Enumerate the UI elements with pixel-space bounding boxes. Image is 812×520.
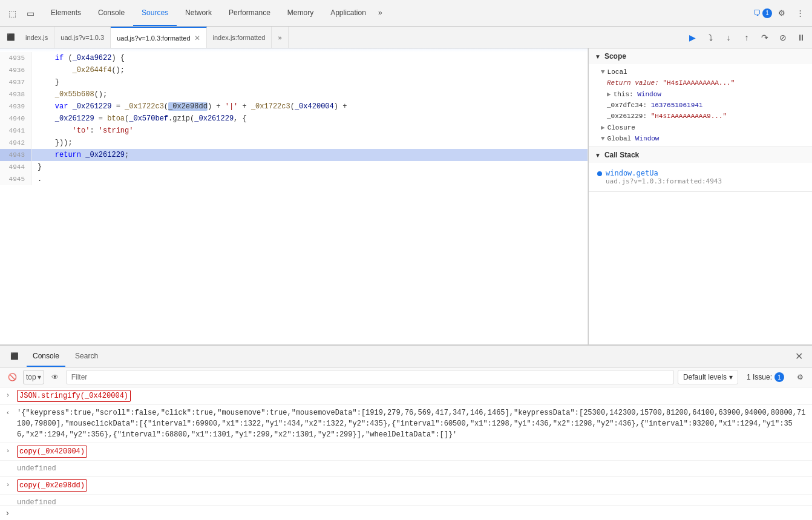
code-lines: 4935 if (_0x4a9622) { 4936 _0x2644f4(); … bbox=[0, 48, 588, 344]
more-btn[interactable]: ⋮ bbox=[791, 5, 808, 22]
call-stack-header[interactable]: ▼ Call Stack bbox=[589, 147, 812, 163]
console-input-line: › bbox=[0, 505, 812, 520]
default-levels-chevron-icon: ▾ bbox=[729, 373, 733, 381]
tab-sources[interactable]: Sources bbox=[133, 0, 177, 26]
right-panel: ▼ Scope ▼Local Return value: "H4sIAAAAAA… bbox=[588, 48, 812, 344]
console-clear-btn[interactable]: 🚫 bbox=[5, 370, 19, 384]
step-out-btn[interactable]: ↑ bbox=[738, 29, 755, 46]
console-input[interactable] bbox=[13, 508, 806, 517]
code-line-4943: 4943 return _0x261229; bbox=[0, 149, 588, 161]
console-settings-btn[interactable]: ⚙ bbox=[793, 370, 807, 384]
console-output[interactable]: › JSON.stringify(_0x420004) ‹ '{"keypres… bbox=[0, 387, 812, 505]
code-line-4940: 4940 _0x261229 = btoa(_0x570bef.gzip(_0x… bbox=[0, 113, 588, 125]
chat-badge: 1 bbox=[762, 8, 772, 18]
scope-closure-header[interactable]: ▶Closure bbox=[589, 122, 812, 133]
resume-btn[interactable]: ▶ bbox=[684, 29, 701, 46]
scope-arrow-icon: ▼ bbox=[595, 53, 601, 60]
chat-icon-group: 🗨 1 bbox=[748, 5, 772, 22]
issues-badge: 1 bbox=[774, 372, 784, 382]
context-label: top bbox=[26, 373, 36, 381]
close-bottom-panel-btn[interactable]: ✕ bbox=[791, 349, 806, 364]
scope-header[interactable]: ▼ Scope bbox=[589, 48, 812, 64]
console-entry-3: undefined bbox=[0, 461, 812, 477]
file-tab-indexjs-label: index.js bbox=[25, 34, 48, 41]
call-stack-body: window.getUa uad.js?v=1.0.3:formatted:49… bbox=[589, 163, 812, 191]
main-toolbar: ⬚ ▭ Elements Console Sources Network Per… bbox=[0, 0, 812, 27]
bottom-panel: ⬛ Console Search ✕ 🚫 top ▾ 👁 Default lev… bbox=[0, 344, 812, 520]
device-toolbar-btn[interactable]: ▭ bbox=[22, 5, 39, 22]
code-line-4936: 4936 _0x2644f4(); bbox=[0, 64, 588, 76]
scope-0x261229: _0x261229: "H4sIAAAAAAAAA9..." bbox=[589, 111, 812, 122]
code-line-4938: 4938 _0x55b608(); bbox=[0, 88, 588, 100]
code-line-4935: 4935 if (_0x4a9622) { bbox=[0, 52, 588, 64]
sidebar-toggle-btn[interactable]: ⬛ bbox=[2, 29, 19, 46]
code-line-4937: 4937 } bbox=[0, 76, 588, 88]
step-over-btn[interactable]: ⤵ bbox=[702, 29, 719, 46]
entry-text-0: JSON.stringify(_0x420004) bbox=[17, 390, 806, 402]
scope-return-value: Return value: "H4sIAAAAAAAAA..." bbox=[589, 77, 812, 88]
call-stack-location: uad.js?v=1.0.3:formatted:4943 bbox=[606, 177, 722, 185]
scope-0x7dfc34: _0x7dfc34: 1637651061941 bbox=[589, 100, 812, 111]
default-levels-btn[interactable]: Default levels ▾ bbox=[678, 370, 738, 384]
tab-performance[interactable]: Performance bbox=[220, 0, 279, 26]
tab-application[interactable]: Application bbox=[322, 0, 375, 26]
file-tab-uadjs-formatted-label: uad.js?v=1.0.3:formatted bbox=[117, 35, 190, 42]
console-prompt-icon: › bbox=[6, 508, 9, 518]
scope-title: Scope bbox=[604, 52, 626, 61]
cmd-box-0: JSON.stringify(_0x420004) bbox=[17, 390, 131, 402]
entry-text-3: undefined bbox=[17, 463, 806, 474]
tab-network[interactable]: Network bbox=[177, 0, 220, 26]
call-stack-arrow-icon: ▼ bbox=[595, 152, 601, 159]
entry-text-1: '{"keypress":true,"scroll":false,"click"… bbox=[17, 407, 806, 440]
issues-btn[interactable]: 1 Issue: 1 bbox=[742, 370, 789, 384]
tab-more[interactable]: » bbox=[375, 0, 386, 26]
cmd-box-4: copy(_0x2e98dd) bbox=[17, 479, 87, 492]
file-tab-close-icon[interactable]: ✕ bbox=[194, 34, 200, 42]
code-line-4942: 4942 })); bbox=[0, 137, 588, 149]
step-into-btn[interactable]: ↓ bbox=[720, 29, 737, 46]
tab-elements[interactable]: Elements bbox=[42, 0, 90, 26]
file-tab-uadjs-formatted[interactable]: uad.js?v=1.0.3:formatted ✕ bbox=[111, 27, 206, 48]
entry-chevron-4[interactable]: › bbox=[6, 481, 13, 490]
console-entry-5: undefined bbox=[0, 495, 812, 505]
call-stack-item-0[interactable]: window.getUa uad.js?v=1.0.3:formatted:49… bbox=[589, 165, 812, 189]
bottom-sidebar-toggle-btn[interactable]: ⬛ bbox=[6, 348, 23, 365]
file-tab-more[interactable]: » bbox=[272, 27, 288, 48]
call-stack-fn-name: window.getUa bbox=[606, 169, 722, 177]
main-content-area: 4935 if (_0x4a9622) { 4936 _0x2644f4(); … bbox=[0, 48, 812, 344]
call-stack-section: ▼ Call Stack window.getUa uad.js?v=1.0.3… bbox=[589, 147, 812, 192]
inspect-icon-btn[interactable]: ⬚ bbox=[4, 5, 21, 22]
scope-global-header[interactable]: ▼Global Window bbox=[589, 133, 812, 144]
console-context-btn[interactable]: top ▾ bbox=[23, 370, 44, 384]
entry-chevron-1[interactable]: ‹ bbox=[6, 409, 13, 418]
call-stack-dot-icon bbox=[597, 171, 602, 176]
entry-chevron-2[interactable]: › bbox=[6, 447, 13, 456]
cmd-box-2: copy(_0x420004) bbox=[17, 446, 87, 458]
bottom-tab-console[interactable]: Console bbox=[27, 346, 65, 367]
console-filter-input[interactable] bbox=[66, 370, 674, 384]
scope-local-header[interactable]: ▼Local bbox=[589, 67, 812, 77]
main-tab-list: Elements Console Sources Network Perform… bbox=[42, 0, 386, 26]
file-tab-indexjs-formatted[interactable]: index.js:formatted bbox=[207, 27, 272, 48]
entry-text-5: undefined bbox=[17, 497, 806, 505]
step-btn[interactable]: ↷ bbox=[756, 29, 773, 46]
tab-console[interactable]: Console bbox=[90, 0, 133, 26]
console-toolbar: 🚫 top ▾ 👁 Default levels ▾ 1 Issue: 1 ⚙ bbox=[0, 367, 812, 387]
scope-this[interactable]: ▶this: Window bbox=[589, 88, 812, 100]
file-tab-uadjs[interactable]: uad.js?v=1.0.3 bbox=[54, 27, 111, 48]
scope-section: ▼ Scope ▼Local Return value: "H4sIAAAAAA… bbox=[589, 48, 812, 147]
pause-on-exceptions-btn[interactable]: ⏸ bbox=[793, 29, 810, 46]
tab-memory[interactable]: Memory bbox=[279, 0, 322, 26]
right-toolbar: 🗨 1 ⚙ ⋮ bbox=[748, 5, 808, 22]
file-tab-indexjs[interactable]: index.js bbox=[19, 27, 54, 48]
bottom-tab-search[interactable]: Search bbox=[69, 346, 104, 367]
bottom-tab-bar: ⬛ Console Search ✕ bbox=[0, 346, 812, 367]
issues-label: 1 Issue: bbox=[747, 373, 772, 381]
console-entry-0: › JSON.stringify(_0x420004) bbox=[0, 387, 812, 405]
code-editor[interactable]: 4935 if (_0x4a9622) { 4936 _0x2644f4(); … bbox=[0, 48, 588, 344]
deactivate-breakpoints-btn[interactable]: ⊘ bbox=[774, 29, 791, 46]
settings-btn[interactable]: ⚙ bbox=[773, 5, 790, 22]
console-eye-btn[interactable]: 👁 bbox=[48, 370, 62, 384]
file-tab-bar: ⬛ index.js uad.js?v=1.0.3 uad.js?v=1.0.3… bbox=[0, 27, 812, 48]
entry-chevron-0[interactable]: › bbox=[6, 391, 13, 400]
